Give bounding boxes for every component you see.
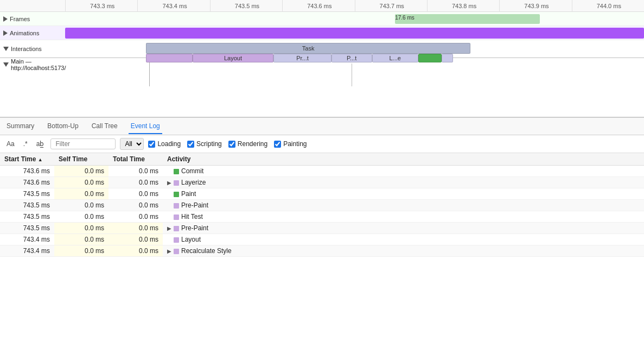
checkbox-label-painting: Painting — [283, 140, 307, 148]
cell-self-time: 0.0 ms — [54, 234, 109, 245]
timeline-tick: 743.4 ms — [137, 0, 209, 12]
frames-duration-text: 17.6 ms — [395, 15, 415, 21]
cell-self-time: 0.0 ms — [54, 177, 109, 188]
animations-label-text: Animations — [10, 30, 39, 36]
cell-activity: ▶ Recalculate Style — [163, 245, 644, 257]
frames-label-text: Frames — [10, 16, 30, 22]
regex-filter-button[interactable]: .* — [21, 139, 30, 149]
table-row[interactable]: 743.5 ms0.0 ms0.0 msHit Test — [0, 211, 644, 223]
cell-activity: Paint — [163, 188, 644, 200]
cell-start-time: 743.5 ms — [0, 211, 54, 223]
frames-label[interactable]: Frames — [0, 16, 65, 22]
expand-arrow-icon[interactable]: ▶ — [167, 225, 174, 231]
cell-activity: Hit Test — [163, 211, 644, 223]
tab-summary[interactable]: Summary — [4, 119, 36, 134]
cell-self-time: 0.0 ms — [54, 166, 109, 177]
task-bar[interactable]: Task — [146, 43, 470, 54]
tab-event-log[interactable]: Event Log — [129, 119, 162, 134]
table-body: 743.6 ms0.0 ms0.0 msCommit743.6 ms0.0 ms… — [0, 166, 644, 257]
timeline-tick: 743.6 ms — [282, 0, 354, 12]
checkbox-loading[interactable]: Loading — [148, 140, 181, 148]
cell-activity: Commit — [163, 166, 644, 177]
tab-call-tree[interactable]: Call Tree — [90, 119, 120, 134]
cell-total-time: 0.0 ms — [109, 188, 163, 200]
main-tasks: TaskLayoutPr...tP...tL...e — [65, 43, 644, 86]
activity-icon — [174, 180, 179, 186]
table-row[interactable]: 743.6 ms0.0 ms0.0 msCommit — [0, 166, 644, 177]
activity-icon — [174, 169, 179, 174]
timeline-tick: 743.3 ms — [65, 0, 137, 12]
event-log-table-container: Start Time Self TimeTotal TimeActivity 7… — [0, 153, 644, 257]
table-row[interactable]: 743.4 ms0.0 ms0.0 ms▶ Recalculate Style — [0, 245, 644, 257]
cell-activity: Pre-Paint — [163, 200, 644, 211]
checkbox-input-scripting[interactable] — [187, 141, 194, 148]
table-header-row: Start Time Self TimeTotal TimeActivity — [0, 153, 644, 166]
timeline-tick: 743.7 ms — [355, 0, 427, 12]
cell-total-time: 0.0 ms — [109, 245, 163, 257]
col-header-self-time[interactable]: Self Time — [54, 153, 109, 166]
case-filter-button[interactable]: ab̲ — [34, 139, 47, 149]
activity-icon — [174, 226, 179, 231]
task-bar[interactable]: P...t — [331, 54, 372, 62]
cell-start-time: 743.6 ms — [0, 177, 54, 188]
timeline-ticks: 743.3 ms743.4 ms743.5 ms743.6 ms743.7 ms… — [65, 0, 644, 12]
interactions-expand-icon[interactable] — [3, 47, 9, 51]
filter-select[interactable]: All — [120, 138, 144, 150]
animations-bar — [65, 28, 644, 39]
main-expand-icon[interactable] — [3, 62, 9, 67]
checkbox-input-rendering[interactable] — [228, 141, 235, 148]
frames-expand-icon[interactable] — [3, 16, 8, 22]
checkbox-label-loading: Loading — [157, 140, 181, 148]
cell-total-time: 0.0 ms — [109, 177, 163, 188]
task-bar[interactable]: L...e — [372, 54, 418, 62]
checkbox-scripting[interactable]: Scripting — [187, 140, 222, 148]
table-row[interactable]: 743.5 ms0.0 ms0.0 ms▶ Pre-Paint — [0, 223, 644, 234]
interactions-label[interactable]: Interactions — [0, 46, 65, 52]
tabs-bar: SummaryBottom-UpCall TreeEvent Log — [0, 118, 644, 135]
cell-start-time: 743.5 ms — [0, 200, 54, 211]
filter-input[interactable] — [50, 138, 116, 149]
animations-row: Animations — [0, 26, 644, 40]
cell-activity: ▶ Pre-Paint — [163, 223, 644, 234]
animations-label[interactable]: Animations — [0, 30, 65, 36]
task-bar[interactable] — [442, 54, 453, 62]
main-label-text: Main — http://localhost:5173/ — [11, 58, 66, 71]
checkbox-input-loading[interactable] — [148, 141, 155, 148]
animations-expand-icon[interactable] — [3, 30, 8, 36]
cell-total-time: 0.0 ms — [109, 223, 163, 234]
table-row[interactable]: 743.6 ms0.0 ms0.0 ms▶ Layerize — [0, 177, 644, 188]
checkbox-rendering[interactable]: Rendering — [228, 140, 267, 148]
task-bar[interactable]: Pr...t — [273, 54, 331, 62]
checkbox-label-rendering: Rendering — [238, 140, 267, 148]
checkbox-painting[interactable]: Painting — [274, 140, 307, 148]
checkbox-input-painting[interactable] — [274, 141, 281, 148]
tab-bottom-up[interactable]: Bottom-Up — [45, 119, 80, 134]
col-header-total-time[interactable]: Total Time — [109, 153, 163, 166]
main-label[interactable]: Main — http://localhost:5173/ — [0, 58, 65, 71]
cell-start-time: 743.5 ms — [0, 188, 54, 200]
expand-arrow-icon[interactable]: ▶ — [167, 180, 174, 186]
frames-duration-badge — [395, 14, 540, 24]
activity-icon — [174, 249, 179, 254]
frames-content: 17.6 ms — [65, 12, 644, 26]
task-bar[interactable] — [418, 54, 442, 62]
table-row[interactable]: 743.4 ms0.0 ms0.0 msLayout — [0, 234, 644, 245]
col-header-activity[interactable]: Activity — [163, 153, 644, 166]
text-filter-button[interactable]: Aa — [4, 139, 17, 149]
task-bar[interactable]: Layout — [193, 54, 273, 62]
cell-activity: ▶ Layerize — [163, 177, 644, 188]
filter-checkboxes: LoadingScriptingRenderingPainting — [148, 140, 307, 148]
frames-row: Frames 17.6 ms — [0, 12, 644, 26]
expand-arrow-icon[interactable]: ▶ — [167, 248, 174, 254]
cell-total-time: 0.0 ms — [109, 234, 163, 245]
main-timeline-area: Main — http://localhost:5173/ TaskLayout… — [0, 58, 644, 118]
cell-total-time: 0.0 ms — [109, 166, 163, 177]
cell-start-time: 743.4 ms — [0, 245, 54, 257]
event-log-table: Start Time Self TimeTotal TimeActivity 7… — [0, 153, 644, 257]
col-header-start-time[interactable]: Start Time — [0, 153, 54, 166]
task-bar[interactable] — [146, 54, 192, 62]
filter-dropdown-wrap: All — [120, 138, 144, 150]
table-row[interactable]: 743.5 ms0.0 ms0.0 msPaint — [0, 188, 644, 200]
cell-self-time: 0.0 ms — [54, 211, 109, 223]
table-row[interactable]: 743.5 ms0.0 ms0.0 msPre-Paint — [0, 200, 644, 211]
